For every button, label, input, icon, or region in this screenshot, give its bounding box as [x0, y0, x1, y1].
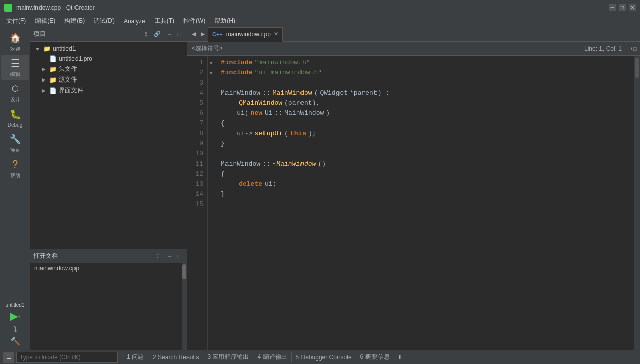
project-link-button[interactable]: 🔗: [153, 30, 162, 39]
status-tab-compile-output[interactable]: 4 编译输出: [253, 352, 291, 362]
sidebar-item-welcome[interactable]: 🏠 欢迎: [1, 29, 29, 55]
debug-icon: 🐛: [9, 108, 21, 120]
tree-item-headers[interactable]: ▶ 📁 头文件: [30, 64, 187, 74]
debugger-num: 5: [296, 354, 299, 361]
form-file-icon: 📄: [49, 87, 57, 95]
run-icon: ▶: [10, 310, 18, 323]
app-output-num: 3: [207, 353, 211, 360]
project-close-button[interactable]: □: [175, 30, 184, 39]
code-line-1: #include "mainwindow.h": [221, 58, 634, 68]
sidebar-item-debug[interactable]: 🐛 Debug: [1, 105, 29, 131]
symbol-selector[interactable]: <选择符号>: [190, 44, 225, 53]
sidebar-item-help[interactable]: ? 帮助: [1, 156, 29, 181]
status-tab-app-output[interactable]: 3 应用程序输出: [203, 352, 253, 362]
sidebar-label-welcome: 欢迎: [10, 46, 20, 53]
tree-label-untitled1: untitled1: [53, 45, 76, 52]
tab-close-button[interactable]: ✕: [274, 31, 278, 37]
source-folder-icon: 📁: [49, 76, 57, 84]
close-button[interactable]: ✕: [629, 4, 636, 11]
open-doc-mainwindow[interactable]: mainwindow.cpp: [30, 263, 187, 273]
menu-edit[interactable]: 编辑(E): [31, 16, 59, 26]
editor-breadcrumb-bar: <选择符号> Line: 1, Col: 1 +□: [187, 42, 640, 56]
app-output-label: 应用程序输出: [212, 353, 249, 360]
minimize-button[interactable]: ─: [609, 4, 616, 11]
build-icon: 🔨: [10, 336, 20, 346]
run-debug-button[interactable]: ▶ ›: [1, 310, 29, 323]
menu-analyze[interactable]: Analyze: [120, 17, 149, 26]
open-docs-content: mainwindow.cpp: [30, 263, 187, 350]
menu-bar: 文件(F) 编辑(E) 构建(B) 调试(D) Analyze 工具(T) 控件…: [0, 15, 640, 27]
code-editor[interactable]: 1 2 3 4 5 6 7 8 9 10 11 12 13 14 15: [187, 56, 640, 350]
menu-widget[interactable]: 控件(W): [179, 16, 209, 26]
code-line-2: #include "ui_mainwindow.h": [221, 68, 634, 78]
build-button[interactable]: 🔨: [1, 336, 29, 346]
open-docs-close-button[interactable]: □: [175, 252, 184, 261]
menu-debug[interactable]: 调试(D): [90, 16, 119, 26]
general-info-label: 概要信息: [365, 353, 390, 360]
code-line-4: MainWindow::MainWindow(QWidget *parent) …: [221, 88, 634, 98]
menu-file[interactable]: 文件(F): [2, 16, 30, 26]
status-tab-general-info[interactable]: 6 概要信息: [356, 352, 394, 362]
open-docs-scrollbar[interactable]: [182, 263, 187, 350]
code-line-12: {: [221, 169, 634, 179]
editor-split-button[interactable]: +□: [629, 44, 638, 53]
editor-tab-label: mainwindow.cpp: [226, 31, 271, 38]
session-name: untitled1: [6, 302, 25, 308]
status-tab-debugger[interactable]: 5 Debugger Console: [292, 353, 356, 362]
sidebar-label-projects: 项目: [10, 147, 20, 154]
toggle-sources: ▶: [41, 77, 47, 83]
sidebar-label-help: 帮助: [10, 172, 20, 179]
sidebar-item-design[interactable]: ⬡ 设计: [1, 80, 29, 105]
folder-icon: 📁: [43, 45, 51, 53]
nav-back-button[interactable]: ◀: [190, 29, 198, 40]
tree-label-sources: 源文件: [59, 75, 77, 84]
step-icon: ⤵: [13, 325, 17, 334]
sidebar-icons: 🏠 欢迎 ☰ 编辑 ⬡ 设计 🐛 Debug 🔧 项目 ? 帮助 untitle…: [0, 27, 30, 350]
menu-tools[interactable]: 工具(T): [150, 16, 178, 26]
debugger-label: Debugger Console: [301, 354, 352, 361]
sidebar-item-edit[interactable]: ☰ 编辑: [1, 55, 29, 80]
menu-help[interactable]: 帮助(H): [210, 16, 239, 26]
project-split-button[interactable]: □→: [164, 30, 173, 39]
project-filter-button[interactable]: ⇪: [141, 30, 150, 39]
tree-item-forms[interactable]: ▶ 📄 界面文件: [30, 85, 187, 96]
cpp-file-icon: C++: [212, 31, 223, 37]
issues-label: 问题: [132, 353, 144, 360]
help-icon: ?: [9, 158, 21, 171]
editor-vertical-scrollbar[interactable]: [634, 56, 640, 350]
status-tab-issues[interactable]: 1 问题: [123, 352, 148, 362]
toggle-pro: [41, 56, 47, 62]
edit-icon: ☰: [9, 57, 21, 69]
tree-item-pro[interactable]: 📄 untitled1.pro: [30, 54, 187, 64]
sidebar-label-edit: 编辑: [10, 71, 20, 78]
locate-search-input[interactable]: [16, 352, 118, 363]
open-docs-split-button[interactable]: □→: [164, 252, 173, 261]
tree-item-untitled1[interactable]: ▼ 📁 untitled1: [30, 44, 187, 54]
tree-item-sources[interactable]: ▶ 📁 源文件: [30, 74, 187, 85]
project-panel-header: 项目 ⇪ 🔗 □→ □: [30, 27, 187, 42]
code-line-11: MainWindow::~MainWindow(): [221, 159, 634, 169]
search-results-label: Search Results: [158, 354, 199, 361]
open-docs-filter-button[interactable]: ⇪: [153, 252, 162, 261]
nav-forward-button[interactable]: ▶: [199, 29, 207, 40]
header-folder-icon: 📁: [49, 65, 57, 73]
editor-tab-bar: ◀ ▶ C++ mainwindow.cpp ✕: [187, 27, 640, 42]
toggle-issues-button[interactable]: ☰: [3, 352, 14, 363]
code-line-13: delete ui;: [221, 179, 634, 189]
code-content[interactable]: #include "mainwindow.h" #include "ui_mai…: [215, 56, 634, 350]
project-panel-title: 项目: [33, 30, 139, 38]
code-line-14: }: [221, 189, 634, 199]
step-button[interactable]: ⤵: [1, 325, 29, 334]
maximize-button[interactable]: □: [619, 4, 626, 11]
title-bar: mainwindow.cpp - Qt Creator ─ □ ✕: [0, 0, 640, 15]
editor-tab-mainwindow[interactable]: C++ mainwindow.cpp ✕: [208, 27, 283, 42]
line-col-status: Line: 1, Col: 1: [584, 45, 628, 52]
toggle-untitled1: ▼: [34, 46, 41, 52]
status-tab-search-results[interactable]: 2 Search Results: [148, 353, 203, 362]
code-line-7: {: [221, 118, 634, 129]
scroll-up-button[interactable]: ⬆: [394, 353, 405, 362]
sidebar-item-projects[interactable]: 🔧 项目: [1, 131, 29, 156]
code-line-8: ui->setupUi(this);: [221, 129, 634, 139]
pro-file-icon: 📄: [49, 55, 57, 63]
menu-build[interactable]: 构建(B): [60, 16, 89, 26]
